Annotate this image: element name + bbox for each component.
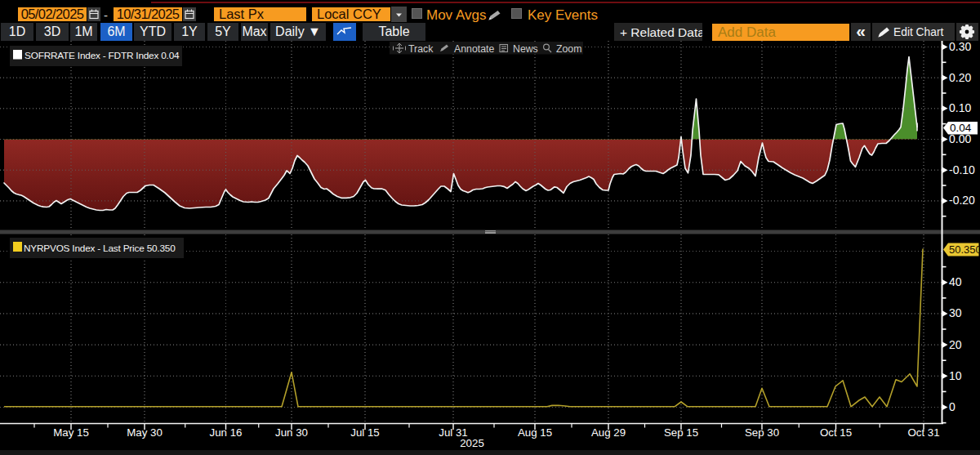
svg-text:20: 20	[949, 338, 962, 351]
svg-text:Sep 30: Sep 30	[745, 426, 779, 439]
svg-text:NYRPVOS Index - Last Price 50.: NYRPVOS Index - Last Price 50.350	[24, 243, 176, 254]
svg-text:0.04: 0.04	[950, 122, 972, 134]
svg-text:Zoom: Zoom	[556, 43, 581, 55]
svg-text:-0.10: -0.10	[949, 163, 975, 176]
svg-text:Sep 15: Sep 15	[664, 426, 698, 439]
svg-text:Annotate: Annotate	[454, 43, 494, 55]
svg-text:Jul 15: Jul 15	[350, 426, 379, 439]
svg-text:Oct 15: Oct 15	[820, 426, 852, 439]
svg-text:-0.20: -0.20	[949, 194, 975, 207]
svg-text:May 30: May 30	[127, 426, 163, 439]
svg-text:50.350: 50.350	[949, 243, 980, 256]
svg-text:2025: 2025	[460, 437, 484, 449]
svg-text:40: 40	[949, 275, 962, 288]
svg-text:Aug 29: Aug 29	[591, 426, 626, 439]
svg-text:May 15: May 15	[53, 426, 89, 439]
svg-text:10: 10	[949, 369, 962, 382]
svg-text:News: News	[513, 43, 538, 55]
svg-text:Track: Track	[408, 43, 434, 55]
svg-text:Jun 16: Jun 16	[210, 426, 243, 439]
svg-text:0.10: 0.10	[949, 101, 971, 114]
svg-text:30: 30	[949, 306, 962, 319]
svg-text:SOFRRATE Index - FDTR Index 0.: SOFRRATE Index - FDTR Index 0.04	[24, 50, 180, 61]
svg-text:0.20: 0.20	[949, 71, 971, 84]
svg-text:Oct 31: Oct 31	[907, 426, 939, 439]
svg-text:Jun 30: Jun 30	[275, 426, 308, 439]
svg-text:Aug 15: Aug 15	[518, 426, 552, 439]
svg-text:0: 0	[949, 400, 956, 413]
svg-text:0.30: 0.30	[949, 40, 971, 53]
